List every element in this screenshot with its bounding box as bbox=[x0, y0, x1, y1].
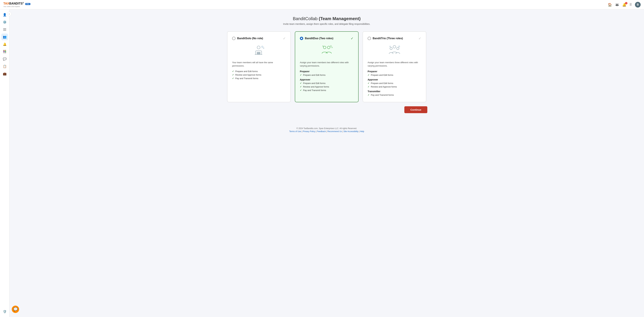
card-duo-title: BanditDuo (Two roles) bbox=[305, 37, 333, 40]
mascot-icon[interactable]: 🦝 bbox=[615, 3, 619, 7]
solo-feature-2: ✓ Review and Approve forms bbox=[232, 74, 286, 76]
logo: TAXBANDITS® PRO Your 1099 & W2 Experts bbox=[3, 2, 30, 7]
logo-bandits: BANDITS bbox=[9, 2, 23, 5]
duo-preparer-feature-1: ✓ Prepare and Edit forms bbox=[300, 74, 354, 76]
trio-approver-feature-2: ✓ Review and Approve forms bbox=[368, 85, 421, 88]
svg-point-11 bbox=[330, 45, 332, 47]
continue-button[interactable]: Continue bbox=[404, 106, 427, 113]
footer-help[interactable]: Help bbox=[360, 130, 364, 133]
trio-preparer-feature-1: ✓ Prepare and Edit forms bbox=[368, 74, 421, 76]
svg-point-16 bbox=[397, 47, 399, 50]
sidebar-item-documents[interactable]: 📋 bbox=[1, 63, 8, 70]
card-solo-title: BanditSolo (No role) bbox=[237, 37, 263, 40]
svg-point-18 bbox=[390, 46, 390, 47]
sidebar-item-security[interactable]: 🛡️ bbox=[1, 308, 8, 315]
footer-links: Terms of Use | Privacy Policy | Feedback… bbox=[24, 130, 630, 133]
svg-point-13 bbox=[322, 46, 324, 47]
card-trio-preparer-features: ✓ Prepare and Edit forms bbox=[368, 74, 421, 76]
card-bandit-solo[interactable]: BanditSolo (No role) ✓ Your team members… bbox=[227, 31, 291, 102]
footer-feedback[interactable]: Feedback bbox=[317, 130, 326, 133]
svg-point-12 bbox=[332, 47, 332, 48]
sidebar-item-contacts[interactable]: 👫 bbox=[1, 48, 8, 55]
card-trio-header: BanditTrio (Three roles) ✓ bbox=[368, 36, 421, 40]
card-duo-preparer-label: Preparer bbox=[300, 70, 354, 73]
card-bandit-trio[interactable]: BanditTrio (Three roles) ✓ Assign your t… bbox=[362, 31, 426, 102]
notification-icon[interactable]: 🔔 0 bbox=[622, 3, 626, 7]
continue-row: Continue bbox=[226, 106, 427, 113]
svg-rect-6 bbox=[257, 52, 260, 54]
pro-badge: PRO bbox=[25, 3, 30, 5]
card-bandit-duo[interactable]: BanditDuo (Two roles) ✓ Assign your team… bbox=[295, 31, 358, 102]
sidebar-item-notifications[interactable]: 🔔 bbox=[1, 41, 8, 48]
logo-tagline: Your 1099 & W2 Experts bbox=[3, 6, 30, 7]
duo-approver-feature-2: ✓ Review and Approve forms bbox=[300, 85, 354, 88]
sidebar-toggle[interactable]: › bbox=[7, 12, 12, 16]
duo-approver-feature-1: ✓ Prepare and Edit forms bbox=[300, 82, 354, 84]
footer-terms[interactable]: Terms of Use bbox=[289, 130, 301, 133]
card-duo-approver-features: ✓ Prepare and Edit forms ✓ Review and Ap… bbox=[300, 82, 354, 91]
footer-copyright: © 2024 TaxBandits.com, Span Enterprises … bbox=[24, 127, 630, 130]
card-duo-preparer-features: ✓ Prepare and Edit forms bbox=[300, 74, 354, 76]
card-duo-radio[interactable] bbox=[300, 37, 303, 40]
logo-reg: ® bbox=[23, 2, 24, 4]
page-title: BanditCollab (Team Management) bbox=[293, 16, 360, 21]
sidebar-item-profile[interactable]: 👤 bbox=[1, 11, 8, 18]
chat-bubble[interactable]: 💬 bbox=[12, 306, 19, 313]
header-right: 🏠 🦝 🔔 0 ⠿ B bbox=[608, 2, 641, 7]
footer-accessibility[interactable]: Site Accessibility bbox=[344, 130, 358, 133]
card-duo-check: ✓ bbox=[351, 36, 354, 40]
page-subtitle: Invite team members, assign them specifi… bbox=[283, 23, 370, 25]
card-trio-desc: Assign your team members three different… bbox=[368, 61, 421, 67]
card-solo-desc: Your team members will all have the same… bbox=[232, 61, 286, 67]
card-trio-radio[interactable] bbox=[368, 37, 371, 40]
footer: © 2024 TaxBandits.com, Span Enterprises … bbox=[20, 123, 634, 137]
svg-point-8 bbox=[263, 48, 264, 49]
notification-badge: 0 bbox=[625, 2, 628, 4]
solo-feature-1: ✓ Prepare and Edit forms bbox=[232, 70, 286, 73]
logo-tax: TAX bbox=[3, 2, 9, 5]
solo-feature-3: ✓ Pay and Transmit forms bbox=[232, 77, 286, 80]
sidebar-item-settings[interactable]: ⚙️ bbox=[1, 19, 8, 25]
card-trio-transmitter-label: Transmitter bbox=[368, 90, 421, 93]
sidebar-item-messages[interactable]: 💬 bbox=[1, 56, 8, 62]
footer-privacy[interactable]: Privacy Policy bbox=[303, 130, 315, 133]
sidebar-item-menu[interactable] bbox=[1, 26, 8, 33]
footer-recommend[interactable]: Recommend Us bbox=[327, 130, 342, 133]
duo-approver-feature-3: ✓ Pay and Transmit forms bbox=[300, 89, 354, 91]
card-trio-check: ✓ bbox=[418, 36, 421, 40]
card-trio-preparer-label: Preparer bbox=[368, 70, 421, 73]
svg-rect-0 bbox=[3, 28, 6, 29]
card-duo-approver-label: Approver bbox=[300, 78, 354, 81]
svg-rect-1 bbox=[3, 29, 6, 30]
main-content: BanditCollab (Team Management) Invite te… bbox=[10, 9, 644, 317]
sidebar-item-portfolio[interactable]: 💼 bbox=[1, 70, 8, 77]
sidebar-item-team[interactable]: 👥 bbox=[1, 33, 8, 40]
trio-approver-feature-1: ✓ Prepare and Edit forms bbox=[368, 82, 421, 84]
header: TAXBANDITS® PRO Your 1099 & W2 Experts 🏠… bbox=[0, 0, 644, 9]
svg-point-7 bbox=[262, 46, 263, 48]
sidebar: › 👤 ⚙️ 👥 🔔 👫 💬 📋 💼 🛡️ bbox=[0, 9, 10, 317]
card-solo-check: ✓ bbox=[283, 36, 286, 40]
user-avatar[interactable]: B bbox=[635, 2, 641, 7]
card-duo-header: BanditDuo (Two roles) ✓ bbox=[300, 36, 354, 40]
card-trio-title: BanditTrio (Three roles) bbox=[373, 37, 403, 40]
card-duo-desc: Assign your team members two different r… bbox=[300, 61, 354, 67]
card-solo-radio[interactable] bbox=[232, 37, 236, 40]
svg-point-10 bbox=[327, 46, 330, 49]
svg-rect-2 bbox=[3, 30, 6, 31]
card-solo-features: ✓ Prepare and Edit forms ✓ Review and Ap… bbox=[232, 70, 286, 80]
page-title-main: BanditCollab bbox=[293, 16, 318, 21]
grid-icon[interactable]: ⠿ bbox=[630, 3, 632, 7]
card-trio-approver-label: Approver bbox=[368, 78, 421, 81]
svg-point-17 bbox=[398, 46, 400, 47]
card-trio-approver-features: ✓ Prepare and Edit forms ✓ Review and Ap… bbox=[368, 82, 421, 88]
svg-point-3 bbox=[257, 46, 260, 49]
svg-point-15 bbox=[390, 47, 392, 50]
card-trio-illustration bbox=[368, 44, 421, 58]
home-icon[interactable]: 🏠 bbox=[608, 3, 612, 7]
cards-container: BanditSolo (No role) ✓ Your team members… bbox=[226, 31, 427, 102]
trio-transmitter-feature-1: ✓ Pay and Transmit forms bbox=[368, 94, 421, 96]
card-solo-illustration bbox=[232, 44, 286, 58]
card-solo-header: BanditSolo (No role) ✓ bbox=[232, 36, 286, 40]
card-duo-illustration bbox=[300, 44, 354, 58]
